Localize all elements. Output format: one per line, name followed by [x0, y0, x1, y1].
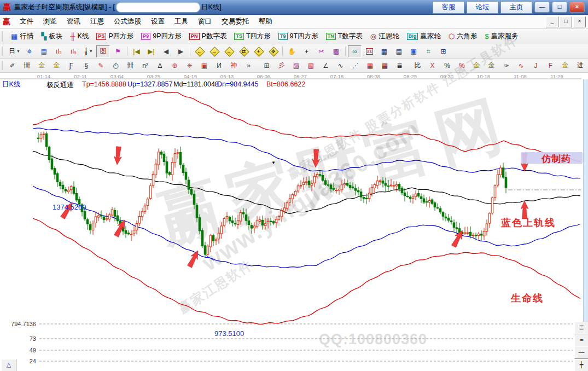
menu-item-文件[interactable]: 文件 — [15, 15, 38, 28]
toolbar-button-p-number-table[interactable]: PNP数字表 — [185, 31, 230, 42]
view-tool-jump-first[interactable]: |◀ — [130, 45, 143, 57]
view-tool-chart-9[interactable]: ıl₉ — [67, 45, 80, 57]
draw-tool-multi-lines[interactable]: ≣ — [393, 60, 406, 72]
draw-tool-trend-angle[interactable]: ∠ — [319, 60, 333, 72]
kline-density-3[interactable]: ≣ — [574, 322, 588, 334]
draw-tool-wave-channel[interactable]: ∿ — [514, 60, 528, 72]
homepage-button[interactable]: 主页 — [500, 1, 532, 14]
forum-button[interactable]: 论坛 — [467, 1, 498, 14]
draw-tool-grid-target[interactable]: ▣ — [197, 60, 211, 72]
draw-tool-percent[interactable]: % — [440, 60, 454, 72]
view-tool-step-back[interactable]: ◀ — [159, 45, 173, 57]
draw-tool-percent-lines[interactable]: % — [455, 60, 469, 72]
draw-tool-spiral[interactable]: § — [79, 60, 93, 72]
draw-tool-compare-k[interactable]: 比 — [411, 60, 424, 72]
view-tool-shift-right[interactable]: → — [207, 45, 221, 57]
view-tool-step-forward[interactable]: ▶ — [174, 45, 188, 57]
menu-item-资讯[interactable]: 资讯 — [62, 15, 85, 28]
menu-item-窗口[interactable]: 窗口 — [193, 15, 217, 28]
menu-item-交易委托[interactable]: 交易委托 — [217, 15, 254, 28]
view-tool-hand-drag[interactable]: ✋ — [285, 45, 299, 57]
view-tool-chart-3[interactable]: ıl₃ — [52, 45, 66, 57]
draw-tool-fan-rays[interactable]: 彡 — [275, 60, 288, 72]
menu-item-公式选股[interactable]: 公式选股 — [109, 15, 146, 28]
draw-tool-square-n2[interactable]: n² — [138, 60, 152, 72]
toolbar-button-9t-square[interactable]: T99T四方形 — [275, 31, 322, 42]
menu-item-江恩[interactable]: 江恩 — [85, 15, 109, 28]
draw-tool-dot-rays[interactable]: ⋰ — [348, 60, 362, 72]
kline-density-1[interactable]: — — [574, 346, 588, 359]
draw-tool-flag-pen[interactable]: ✑ — [499, 60, 513, 72]
draw-tool-golden-comb-1[interactable]: 金 — [35, 60, 49, 72]
toolbar-button-kline[interactable]: ╫K线 — [66, 31, 92, 42]
view-tool-calculator[interactable]: ▦ — [377, 45, 391, 57]
draw-tool-angle-mirror[interactable]: ∆ — [153, 60, 167, 72]
draw-tool-f-angle[interactable]: F — [544, 60, 557, 72]
view-tool-memo[interactable]: ▤ — [392, 45, 406, 57]
menu-item-帮助[interactable]: 帮助 — [254, 15, 277, 28]
view-tool-expand-all[interactable]: ✥ — [266, 45, 280, 57]
toolbar-button-sectors[interactable]: ▚板块 — [37, 31, 66, 42]
draw-tool-time-comb[interactable]: 卌 — [20, 60, 34, 72]
view-tool-remote-data[interactable]: ⊞ — [436, 45, 450, 57]
draw-tool-target-cross[interactable]: ⊕ — [168, 60, 182, 72]
overlay-toggle-button[interactable]: △ — [1, 359, 16, 371]
draw-tool-fan-grid[interactable]: ▧ — [304, 60, 318, 72]
draw-tool-golden-lines[interactable]: 金 — [485, 60, 498, 72]
draw-tool-shen-tool[interactable]: 神 — [227, 60, 241, 72]
menu-item-工具[interactable]: 工具 — [170, 15, 193, 28]
toolbar-button-t-number-table[interactable]: TNT数字表 — [322, 31, 366, 42]
view-tool-main-view[interactable]: 图 — [96, 45, 110, 57]
mdi-restore-button[interactable]: □ — [560, 16, 572, 27]
view-tool-jump-last[interactable]: ▶| — [144, 45, 158, 57]
menu-item-设置[interactable]: 设置 — [146, 15, 170, 28]
draw-tool-gann-pen[interactable]: ✎ — [94, 60, 108, 72]
customer-service-button[interactable]: 客服 — [433, 1, 464, 14]
mdi-close-button[interactable]: × — [573, 16, 586, 27]
view-tool-crosshair[interactable]: + — [300, 45, 313, 57]
draw-tool-time-grid[interactable]: ▦ — [378, 60, 392, 72]
toolbar-button-hexagon[interactable]: ⬡六角形 — [445, 31, 481, 42]
view-tool-center-cross[interactable]: + — [252, 45, 265, 57]
draw-tool-j-angle[interactable]: J — [529, 60, 543, 72]
view-tool-net-share[interactable]: ⌗ — [422, 45, 435, 57]
toolbar-button-gann-wheel[interactable]: ◎江恩轮 — [366, 31, 403, 42]
view-tool-calendar[interactable]: 21 — [363, 45, 376, 57]
view-tool-compress-horizontal[interactable]: ⇄ — [237, 45, 251, 57]
view-tool-candle-style[interactable]: ╽▼ — [81, 45, 95, 57]
draw-tool-gold-angle[interactable]: 金 — [558, 60, 572, 72]
draw-tool-more-tools[interactable]: » — [242, 60, 255, 72]
restore-button[interactable]: □ — [552, 2, 567, 13]
draw-tool-fib-lines[interactable]: Ƒ — [65, 60, 78, 72]
kline-slider[interactable]: ┿ — [574, 359, 588, 371]
draw-tool-fan-box[interactable]: ▨ — [289, 60, 303, 72]
draw-tool-wave-mark[interactable]: И — [212, 60, 226, 72]
view-tool-shift-left[interactable]: ← — [193, 45, 206, 57]
draw-tool-zigzag[interactable]: ∿ — [334, 60, 347, 72]
menu-item-浏览[interactable]: 浏览 — [38, 15, 62, 28]
mdi-minimize-button[interactable]: _ — [546, 16, 558, 27]
view-tool-expand-horizontal[interactable]: ↔ — [222, 45, 236, 57]
draw-tool-ray-star[interactable]: ✳ — [183, 60, 196, 72]
view-tool-color-chart[interactable]: ⚑ — [111, 45, 125, 57]
toolbar-button-p-square[interactable]: PSP四方形 — [92, 31, 137, 42]
kline-chart-canvas[interactable]: 1374.5200 973.5100 蓝色上轨线 生命线 仿制药 ▼ 01-14… — [0, 73, 588, 371]
view-tool-info-list[interactable]: ▤ — [37, 45, 51, 57]
draw-tool-cycle-circle[interactable]: ◴ — [109, 60, 123, 72]
view-tool-period-day[interactable]: 日▼ — [8, 45, 21, 57]
toolbar-button-t-square[interactable]: TST四方形 — [230, 31, 275, 42]
draw-tool-golden-circle[interactable]: 金 — [470, 60, 484, 72]
toolbar-button-quotes[interactable]: ▦行情 — [7, 31, 37, 42]
view-tool-save[interactable]: ▣ — [407, 45, 421, 57]
draw-tool-gann-box[interactable]: ⊞ — [260, 60, 273, 72]
close-button[interactable]: × — [569, 2, 585, 13]
view-tool-web-links[interactable]: ✵ — [22, 45, 36, 57]
kline-density-2[interactable]: ＝ — [574, 334, 588, 347]
view-tool-erase[interactable]: ✂ — [315, 45, 328, 57]
draw-tool-ruler-comb[interactable]: 卌 — [124, 60, 137, 72]
view-tool-browse[interactable]: ∞ — [348, 45, 362, 57]
draw-tool-percent-x[interactable]: X — [426, 60, 439, 72]
draw-tool-advance-angle[interactable]: 进 — [573, 60, 587, 72]
toolbar-button-winner-service[interactable]: $赢家服务 — [481, 31, 522, 42]
draw-tool-golden-comb-2[interactable]: 金 — [50, 60, 63, 72]
